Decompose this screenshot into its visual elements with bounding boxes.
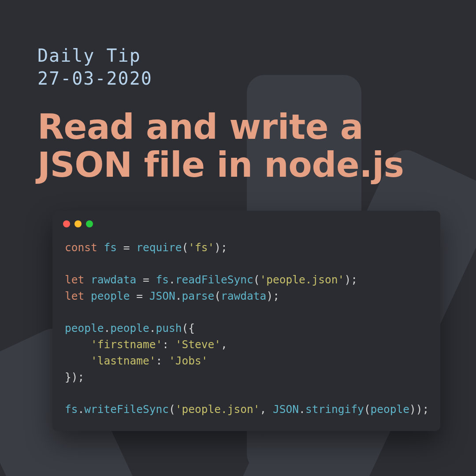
code-token: let [65, 273, 91, 286]
code-token: fs [156, 273, 169, 286]
content-wrapper: Daily Tip 27-03-2020 Read and write a JS… [0, 0, 476, 431]
code-token: ({ [182, 322, 195, 335]
code-token: ); [214, 241, 227, 254]
code-token: = [130, 290, 149, 302]
code-token: 'Steve' [175, 338, 221, 351]
code-block: const fs = require('fs'); let rawdata = … [52, 230, 440, 431]
close-icon [63, 220, 70, 227]
code-token: . [149, 322, 156, 335]
code-editor-window: const fs = require('fs'); let rawdata = … [52, 211, 440, 431]
code-token: : [162, 338, 175, 351]
code-token: }); [65, 371, 84, 383]
code-token: parse [182, 290, 215, 302]
code-token: const [65, 241, 104, 254]
code-token: . [78, 403, 85, 416]
code-token: fs [65, 403, 78, 416]
code-token: ( [364, 403, 371, 416]
code-token: 'people.json' [175, 403, 260, 416]
code-token: 'Jobs' [169, 354, 208, 367]
code-token: people [65, 322, 104, 335]
code-token: ( [169, 403, 175, 416]
subtitle-line-2: 27-03-2020 [37, 67, 441, 90]
code-token: ( [214, 290, 221, 302]
code-token: . [104, 322, 111, 335]
code-token: ( [182, 241, 189, 254]
code-token: stringify [305, 403, 364, 416]
code-token: 'fs' [188, 241, 214, 254]
code-token: = [136, 273, 156, 286]
code-token: JSON [149, 290, 175, 302]
code-token: . [169, 273, 175, 286]
page-title: Read and write a JSON file in node.js [37, 108, 441, 184]
code-token: . [299, 403, 305, 416]
code-token: : [156, 354, 169, 367]
subtitle: Daily Tip 27-03-2020 [37, 44, 441, 90]
code-token: = [117, 241, 136, 254]
minimize-icon [74, 220, 82, 227]
code-token [65, 338, 91, 351]
code-token: 'people.json' [260, 273, 345, 286]
subtitle-line-1: Daily Tip [37, 44, 441, 67]
code-token: people [370, 403, 409, 416]
window-controls [52, 211, 440, 230]
code-token: readFileSync [175, 273, 253, 286]
code-token: people [91, 290, 130, 302]
maximize-icon [86, 220, 93, 227]
code-token: JSON [273, 403, 299, 416]
code-token: let [65, 290, 91, 302]
code-token: 'lastname' [91, 354, 156, 367]
code-token: push [156, 322, 182, 335]
code-token: require [136, 241, 182, 254]
code-token: . [175, 290, 182, 302]
code-token [65, 354, 91, 367]
code-token: )); [409, 403, 429, 416]
code-token: , [221, 338, 227, 351]
code-token: rawdata [221, 290, 266, 302]
code-token: people [110, 322, 149, 335]
code-token: fs [104, 241, 117, 254]
code-token: , [260, 403, 273, 416]
code-token: rawdata [91, 273, 136, 286]
code-token: ( [253, 273, 260, 286]
code-token: ); [344, 273, 357, 286]
code-token: 'firstname' [91, 338, 162, 351]
code-token: writeFileSync [84, 403, 169, 416]
code-token: ); [266, 290, 279, 302]
